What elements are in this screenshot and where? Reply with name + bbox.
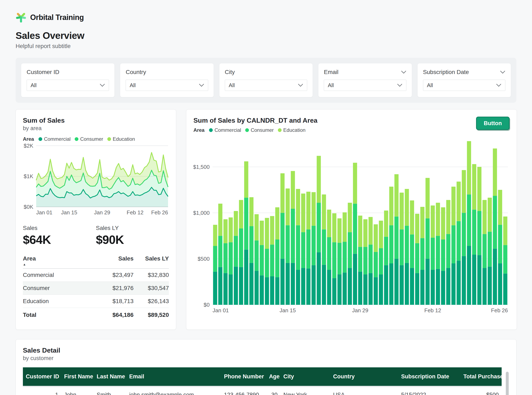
- bar-segment-commercial: [229, 274, 233, 305]
- bar-segment-education: [389, 187, 393, 225]
- bar-segment-consumer: [234, 236, 238, 267]
- summary-cell: $26,143: [133, 295, 169, 308]
- bar-segment-consumer: [275, 240, 279, 277]
- bar-segment-commercial: [311, 265, 316, 305]
- detail-cell: John: [61, 386, 94, 395]
- table-scrollbar-thumb[interactable]: [506, 372, 509, 395]
- chevron-down-icon[interactable]: [401, 71, 406, 74]
- filter-card-email: EmailAll: [318, 63, 412, 97]
- y-axis-label: $2K: [24, 143, 33, 149]
- bar-segment-education: [296, 189, 300, 225]
- summary-header-sales-ly[interactable]: Sales LY: [133, 254, 169, 269]
- detail-cell: New York: [280, 386, 330, 395]
- legend-item-education[interactable]: Education: [278, 127, 305, 133]
- detail-header-phone-number[interactable]: Phone Number: [221, 367, 266, 386]
- summary-row-consumer[interactable]: Consumer$21,976$30,547: [23, 282, 169, 295]
- area-chart-legend: Area CommercialConsumerEducation: [23, 136, 169, 142]
- summary-total-cell: $89,520: [133, 308, 169, 320]
- detail-header-subscription-date[interactable]: Subscription Date: [398, 367, 460, 386]
- detail-header-customer-id[interactable]: Customer ID: [23, 367, 61, 386]
- bar-segment-education: [405, 189, 409, 226]
- country-dropdown[interactable]: All: [126, 80, 208, 91]
- bar-segment-consumer: [265, 249, 269, 277]
- y-axis-label: $1,000: [194, 210, 210, 216]
- summary-row-commercial[interactable]: Commercial$23,497$32,830: [23, 269, 169, 282]
- bar-segment-consumer: [286, 225, 290, 263]
- detail-row[interactable]: 1JohnSmithjohn.smith@example.com123-456-…: [23, 386, 502, 395]
- report-page: Orbital Training Sales Overview Helpful …: [0, 0, 532, 395]
- bar-segment-education: [317, 156, 321, 203]
- bar-segment-education: [374, 224, 378, 252]
- detail-header-city[interactable]: City: [280, 367, 330, 386]
- bar-segment-commercial: [291, 263, 295, 305]
- detail-header-first-name[interactable]: First Name: [61, 367, 94, 386]
- bar-segment-consumer: [270, 245, 274, 276]
- bar-segment-consumer: [451, 225, 455, 263]
- bar-segment-consumer: [229, 242, 233, 274]
- bar-segment-commercial: [244, 250, 248, 305]
- bar-segment-commercial: [353, 254, 357, 305]
- detail-header-last-name[interactable]: Last Name: [94, 367, 127, 386]
- bar-segment-commercial: [415, 273, 419, 305]
- detail-header-age[interactable]: Age: [266, 367, 280, 386]
- detail-header-email[interactable]: Email: [126, 367, 221, 386]
- bar-segment-education: [436, 203, 440, 236]
- subscription-date-dropdown[interactable]: All: [423, 80, 505, 91]
- detail-cell: 123-456-7890: [221, 386, 266, 395]
- y-axis-label: $1,500: [194, 164, 210, 170]
- summary-row-education[interactable]: Education$18,713$26,143: [23, 295, 169, 308]
- legend-item-commercial[interactable]: Commercial: [209, 127, 241, 133]
- city-dropdown[interactable]: All: [225, 80, 307, 91]
- legend-item-label: Education: [113, 136, 135, 142]
- email-dropdown[interactable]: All: [324, 80, 406, 91]
- stacked-bar-chart[interactable]: $0$500$1,000$1,500Jan 01Jan 15Jan 29Feb …: [194, 135, 510, 314]
- bar-segment-commercial: [384, 265, 388, 305]
- bar-segment-consumer: [503, 245, 507, 274]
- legend-item-education[interactable]: Education: [107, 136, 135, 142]
- detail-cell: 1: [23, 386, 61, 395]
- bar-segment-commercial: [234, 267, 238, 305]
- summary-total-cell: $64,186: [100, 308, 133, 320]
- filter-strip: Customer IDAllCountryAllCityAllEmailAllS…: [16, 58, 516, 103]
- bar-segment-commercial: [280, 259, 284, 305]
- bar-segment-commercial: [503, 274, 507, 305]
- bar-segment-education: [286, 189, 290, 225]
- bar-segment-consumer: [493, 196, 497, 249]
- bar-segment-commercial: [270, 276, 274, 305]
- legend-item-label: Commercial: [44, 136, 71, 142]
- bar-segment-education: [332, 213, 336, 242]
- legend-item-label: Education: [283, 127, 305, 133]
- bar-segment-education: [384, 211, 388, 237]
- bar-segment-consumer: [223, 243, 227, 273]
- right-card-title: Sum of Sales by CALNDR_DT and Area: [194, 117, 317, 124]
- summary-header-area[interactable]: Area ▲: [23, 254, 100, 269]
- bar-segment-education: [399, 192, 404, 229]
- summary-cell: Education: [23, 295, 100, 308]
- bar-segment-consumer: [498, 225, 502, 263]
- filter-header: Email: [324, 69, 406, 76]
- bar-segment-commercial: [379, 274, 383, 305]
- detail-header-country[interactable]: Country: [330, 367, 398, 386]
- legend-item-consumer[interactable]: Consumer: [245, 127, 274, 133]
- bar-segment-consumer: [369, 245, 373, 273]
- bar-segment-commercial: [462, 256, 466, 305]
- filter-header: Subscription Date: [423, 69, 505, 76]
- bar-segment-consumer: [249, 226, 254, 263]
- detail-header-total-purchases[interactable]: Total Purchases: [460, 367, 502, 386]
- bar-segment-commercial: [239, 267, 243, 305]
- kpi-row: Sales $64K Sales LY $90K: [23, 225, 169, 247]
- bar-segment-commercial: [389, 263, 393, 305]
- chevron-down-icon: [397, 84, 402, 87]
- report-button[interactable]: Button: [476, 117, 510, 130]
- stacked-area-chart[interactable]: $0K$1K$2KJan 01Jan 15Jan 29Feb 12Feb 26: [23, 143, 169, 216]
- bar-segment-commercial: [399, 265, 404, 305]
- summary-header-sales[interactable]: Sales: [100, 254, 133, 269]
- legend-item-commercial[interactable]: Commercial: [39, 136, 71, 142]
- customer-id-dropdown[interactable]: All: [27, 80, 109, 91]
- legend-item-consumer[interactable]: Consumer: [75, 136, 103, 142]
- bar-segment-education: [265, 218, 269, 249]
- summary-total-row: Total$64,186$89,520: [23, 308, 169, 320]
- chevron-down-icon[interactable]: [500, 71, 505, 74]
- bar-segment-education: [358, 216, 362, 247]
- bar-segment-commercial: [456, 261, 461, 305]
